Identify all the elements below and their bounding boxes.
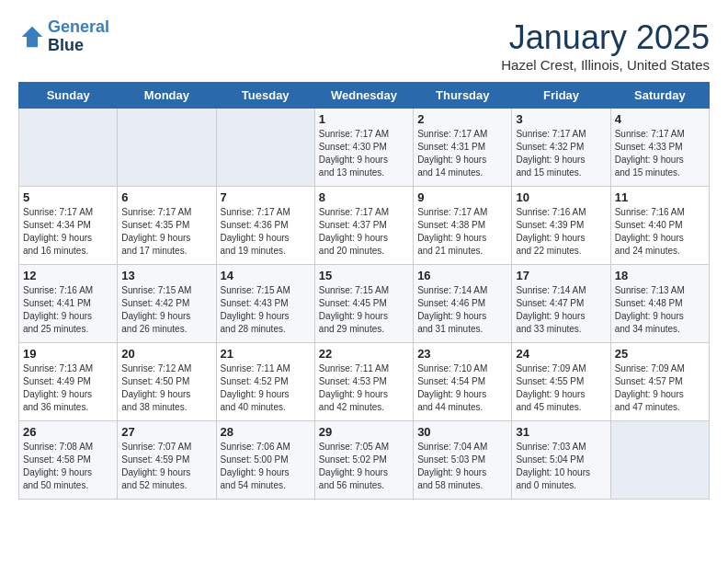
day-info: Sunrise: 7:17 AM Sunset: 4:36 PM Dayligh… bbox=[221, 206, 311, 258]
calendar-cell: 16Sunrise: 7:14 AM Sunset: 4:46 PM Dayli… bbox=[414, 265, 512, 343]
day-info: Sunrise: 7:17 AM Sunset: 4:37 PM Dayligh… bbox=[319, 206, 409, 258]
day-number: 12 bbox=[23, 269, 113, 282]
day-info: Sunrise: 7:14 AM Sunset: 4:47 PM Dayligh… bbox=[516, 284, 606, 336]
day-number: 7 bbox=[221, 190, 311, 204]
calendar-table: SundayMondayTuesdayWednesdayThursdayFrid… bbox=[18, 82, 710, 500]
day-info: Sunrise: 7:03 AM Sunset: 5:04 PM Dayligh… bbox=[516, 441, 606, 492]
location: Hazel Crest, Illinois, United States bbox=[501, 57, 710, 73]
day-info: Sunrise: 7:04 AM Sunset: 5:03 PM Dayligh… bbox=[417, 441, 507, 492]
day-number: 4 bbox=[615, 112, 705, 126]
day-info: Sunrise: 7:07 AM Sunset: 4:59 PM Dayligh… bbox=[121, 441, 211, 492]
logo-text: GeneralBlue bbox=[48, 18, 109, 55]
day-info: Sunrise: 7:15 AM Sunset: 4:42 PM Dayligh… bbox=[121, 284, 211, 336]
day-number: 16 bbox=[417, 269, 507, 282]
day-number: 2 bbox=[417, 112, 507, 126]
calendar-cell: 14Sunrise: 7:15 AM Sunset: 4:43 PM Dayli… bbox=[216, 265, 314, 343]
calendar-cell: 20Sunrise: 7:12 AM Sunset: 4:50 PM Dayli… bbox=[118, 343, 216, 421]
calendar-cell: 15Sunrise: 7:15 AM Sunset: 4:45 PM Dayli… bbox=[314, 265, 413, 343]
day-info: Sunrise: 7:17 AM Sunset: 4:38 PM Dayligh… bbox=[417, 206, 507, 258]
day-number: 11 bbox=[615, 190, 705, 204]
day-number: 23 bbox=[417, 347, 507, 361]
calendar-cell: 6Sunrise: 7:17 AM Sunset: 4:35 PM Daylig… bbox=[118, 187, 216, 265]
calendar-cell: 8Sunrise: 7:17 AM Sunset: 4:37 PM Daylig… bbox=[314, 187, 413, 265]
day-info: Sunrise: 7:17 AM Sunset: 4:34 PM Dayligh… bbox=[23, 206, 113, 258]
day-number: 25 bbox=[615, 347, 705, 361]
day-number: 1 bbox=[319, 112, 409, 126]
day-number: 3 bbox=[516, 112, 606, 126]
calendar-cell: 28Sunrise: 7:06 AM Sunset: 5:00 PM Dayli… bbox=[216, 421, 314, 500]
calendar-week-row: 26Sunrise: 7:08 AM Sunset: 4:58 PM Dayli… bbox=[19, 421, 710, 500]
logo: GeneralBlue bbox=[18, 18, 109, 55]
day-number: 6 bbox=[121, 190, 211, 204]
day-info: Sunrise: 7:17 AM Sunset: 4:33 PM Dayligh… bbox=[615, 128, 705, 179]
calendar-cell: 22Sunrise: 7:11 AM Sunset: 4:53 PM Dayli… bbox=[314, 343, 413, 421]
day-number: 19 bbox=[23, 347, 113, 361]
calendar-cell: 24Sunrise: 7:09 AM Sunset: 4:55 PM Dayli… bbox=[512, 343, 610, 421]
calendar-cell: 27Sunrise: 7:07 AM Sunset: 4:59 PM Dayli… bbox=[118, 421, 216, 500]
day-number: 15 bbox=[319, 269, 409, 282]
calendar-cell: 31Sunrise: 7:03 AM Sunset: 5:04 PM Dayli… bbox=[512, 421, 610, 500]
day-number: 13 bbox=[121, 269, 211, 282]
calendar-cell: 29Sunrise: 7:05 AM Sunset: 5:02 PM Dayli… bbox=[314, 421, 413, 500]
calendar-cell: 1Sunrise: 7:17 AM Sunset: 4:30 PM Daylig… bbox=[314, 109, 413, 187]
calendar-cell: 9Sunrise: 7:17 AM Sunset: 4:38 PM Daylig… bbox=[414, 187, 512, 265]
day-info: Sunrise: 7:11 AM Sunset: 4:52 PM Dayligh… bbox=[221, 362, 311, 414]
calendar-week-row: 1Sunrise: 7:17 AM Sunset: 4:30 PM Daylig… bbox=[19, 109, 710, 187]
weekday-header: Thursday bbox=[414, 83, 512, 109]
day-number: 26 bbox=[23, 425, 113, 439]
calendar-cell: 12Sunrise: 7:16 AM Sunset: 4:41 PM Dayli… bbox=[19, 265, 118, 343]
day-number: 9 bbox=[417, 190, 507, 204]
day-number: 31 bbox=[516, 425, 606, 439]
calendar-cell: 7Sunrise: 7:17 AM Sunset: 4:36 PM Daylig… bbox=[216, 187, 314, 265]
calendar-cell: 3Sunrise: 7:17 AM Sunset: 4:32 PM Daylig… bbox=[512, 109, 610, 187]
day-info: Sunrise: 7:17 AM Sunset: 4:30 PM Dayligh… bbox=[319, 128, 409, 179]
calendar-cell: 19Sunrise: 7:13 AM Sunset: 4:49 PM Dayli… bbox=[19, 343, 118, 421]
page-header: GeneralBlue January 2025 Hazel Crest, Il… bbox=[18, 18, 710, 73]
calendar-week-row: 19Sunrise: 7:13 AM Sunset: 4:49 PM Dayli… bbox=[19, 343, 710, 421]
day-number: 22 bbox=[319, 347, 409, 361]
day-info: Sunrise: 7:05 AM Sunset: 5:02 PM Dayligh… bbox=[319, 441, 409, 492]
title-section: January 2025 Hazel Crest, Illinois, Unit… bbox=[501, 18, 710, 73]
calendar-cell: 18Sunrise: 7:13 AM Sunset: 4:48 PM Dayli… bbox=[610, 265, 709, 343]
day-info: Sunrise: 7:15 AM Sunset: 4:43 PM Dayligh… bbox=[221, 284, 311, 336]
weekday-header: Tuesday bbox=[216, 83, 314, 109]
day-info: Sunrise: 7:14 AM Sunset: 4:46 PM Dayligh… bbox=[417, 284, 507, 336]
calendar-cell bbox=[216, 109, 314, 187]
day-number: 17 bbox=[516, 269, 606, 282]
calendar-cell: 11Sunrise: 7:16 AM Sunset: 4:40 PM Dayli… bbox=[610, 187, 709, 265]
day-number: 28 bbox=[221, 425, 311, 439]
day-info: Sunrise: 7:16 AM Sunset: 4:41 PM Dayligh… bbox=[23, 284, 113, 336]
calendar-cell bbox=[610, 421, 709, 500]
calendar-cell: 4Sunrise: 7:17 AM Sunset: 4:33 PM Daylig… bbox=[610, 109, 709, 187]
calendar-week-row: 12Sunrise: 7:16 AM Sunset: 4:41 PM Dayli… bbox=[19, 265, 710, 343]
day-number: 8 bbox=[319, 190, 409, 204]
day-number: 5 bbox=[23, 190, 113, 204]
day-info: Sunrise: 7:16 AM Sunset: 4:40 PM Dayligh… bbox=[615, 206, 705, 258]
calendar-cell bbox=[118, 109, 216, 187]
day-info: Sunrise: 7:17 AM Sunset: 4:32 PM Dayligh… bbox=[516, 128, 606, 179]
day-number: 30 bbox=[417, 425, 507, 439]
day-number: 27 bbox=[121, 425, 211, 439]
day-number: 20 bbox=[121, 347, 211, 361]
weekday-header: Wednesday bbox=[314, 83, 413, 109]
calendar-cell: 30Sunrise: 7:04 AM Sunset: 5:03 PM Dayli… bbox=[414, 421, 512, 500]
day-info: Sunrise: 7:16 AM Sunset: 4:39 PM Dayligh… bbox=[516, 206, 606, 258]
weekday-header: Monday bbox=[118, 83, 216, 109]
calendar-cell: 25Sunrise: 7:09 AM Sunset: 4:57 PM Dayli… bbox=[610, 343, 709, 421]
day-info: Sunrise: 7:13 AM Sunset: 4:48 PM Dayligh… bbox=[615, 284, 705, 336]
weekday-header: Friday bbox=[512, 83, 610, 109]
header-row: SundayMondayTuesdayWednesdayThursdayFrid… bbox=[19, 83, 710, 109]
day-info: Sunrise: 7:15 AM Sunset: 4:45 PM Dayligh… bbox=[319, 284, 409, 336]
day-number: 24 bbox=[516, 347, 606, 361]
logo-icon bbox=[18, 23, 46, 51]
month-title: January 2025 bbox=[501, 18, 710, 57]
calendar-cell: 26Sunrise: 7:08 AM Sunset: 4:58 PM Dayli… bbox=[19, 421, 118, 500]
day-info: Sunrise: 7:17 AM Sunset: 4:35 PM Dayligh… bbox=[121, 206, 211, 258]
day-info: Sunrise: 7:12 AM Sunset: 4:50 PM Dayligh… bbox=[121, 362, 211, 414]
day-info: Sunrise: 7:13 AM Sunset: 4:49 PM Dayligh… bbox=[23, 362, 113, 414]
day-info: Sunrise: 7:06 AM Sunset: 5:00 PM Dayligh… bbox=[221, 441, 311, 492]
calendar-cell: 21Sunrise: 7:11 AM Sunset: 4:52 PM Dayli… bbox=[216, 343, 314, 421]
calendar-cell: 17Sunrise: 7:14 AM Sunset: 4:47 PM Dayli… bbox=[512, 265, 610, 343]
calendar-cell: 2Sunrise: 7:17 AM Sunset: 4:31 PM Daylig… bbox=[414, 109, 512, 187]
day-number: 14 bbox=[221, 269, 311, 282]
